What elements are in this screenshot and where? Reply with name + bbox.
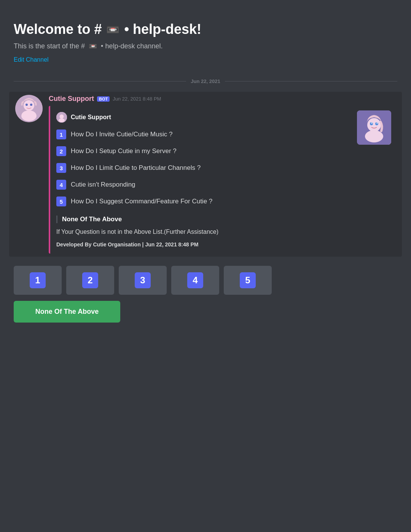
faq-text-5: How Do I Suggest Command/Feature For Cut… [71,198,212,205]
message-username: Cutie Support [49,95,94,103]
svg-point-14 [59,118,65,122]
list-item: 4 Cutie isn't Responding [56,180,390,190]
svg-point-3 [25,104,28,106]
embed-header: Cutie Support [56,112,390,123]
embed-card: Cutie Support 1 How Do I Invite Cutie/Cu… [49,106,396,254]
title-prefix: Welcome to # [14,21,102,37]
faq-text-1: How Do I Invite Cutie/Cutie Music ? [71,131,172,138]
svg-point-13 [60,115,64,119]
title-suffix: • help-desk! [124,21,201,37]
number-buttons-row: 1 2 3 4 5 [14,266,397,295]
embed-bot-avatar [56,112,67,123]
svg-point-10 [371,123,373,124]
faq-number-5: 5 [56,197,66,206]
faq-number-2: 2 [56,146,66,156]
channel-title: Welcome to # 📼 • help-desk! [14,21,397,37]
channel-subtitle: This is the start of the # 📼 • help-desk… [14,42,397,50]
subtitle-prefix: This is the start of the # [14,42,85,50]
number-btn-inner-3: 3 [135,272,151,288]
message-body: Cutie Support BOT Jun 22, 2021 8:48 PM [49,95,396,254]
svg-point-1 [24,100,34,111]
faq-list: 1 How Do I Invite Cutie/Cutie Music ? 2 … [56,129,390,206]
divider-line-right [225,81,397,81]
list-item: 3 How Do I Limit Cutie to Particular Cha… [56,163,390,173]
svg-point-2 [21,110,37,121]
cassette-emoji-title: 📼 [106,23,119,36]
embed-bot-name: Cutie Support [71,114,111,121]
number-button-2[interactable]: 2 [66,266,114,295]
faq-number-3: 3 [56,163,66,173]
avatar [15,95,43,122]
cassette-emoji-subtitle: 📼 [89,42,97,50]
embed-footer: Developed By Cutie Organisation | Jun 22… [56,241,390,248]
message-container: Cutie Support BOT Jun 22, 2021 8:48 PM [9,92,402,257]
list-item: 1 How Do I Invite Cutie/Cutie Music ? [56,129,390,139]
faq-text-3: How Do I Limit Cutie to Particular Chann… [71,164,201,172]
svg-point-4 [30,104,32,106]
none-above-desc: If Your Question is not in the Above Lis… [56,228,390,235]
bot-badge: BOT [97,96,110,102]
faq-number-4: 4 [56,180,66,190]
number-button-4[interactable]: 4 [171,266,219,295]
number-btn-inner-4: 4 [187,272,203,288]
number-btn-inner-2: 2 [82,272,98,288]
number-button-1[interactable]: 1 [14,266,62,295]
list-item: 5 How Do I Suggest Command/Feature For C… [56,197,390,206]
svg-point-11 [377,123,378,124]
embed-thumbnail [357,110,391,145]
none-above-quote: None Of The Above [56,216,390,223]
number-button-3[interactable]: 3 [119,266,167,295]
none-above-section: None Of The Above If Your Question is no… [56,216,390,235]
none-above-title: None Of The Above [62,216,122,223]
faq-text-2: How Do I Setup Cutie in my Server ? [71,147,177,155]
svg-point-6 [367,118,381,132]
date-divider-text: Jun 22, 2021 [186,78,225,84]
list-item: 2 How Do I Setup Cutie in my Server ? [56,146,390,156]
buttons-container: 1 2 3 4 5 [8,260,403,329]
message-timestamp: Jun 22, 2021 8:48 PM [113,96,161,102]
edit-channel-link[interactable]: Edit Channel [14,56,49,63]
divider-line-left [14,81,186,81]
number-btn-inner-5: 5 [240,272,256,288]
number-btn-inner-1: 1 [30,272,46,288]
number-button-5[interactable]: 5 [224,266,272,295]
faq-text-4: Cutie isn't Responding [71,181,135,189]
date-divider: Jun 22, 2021 [8,78,403,84]
faq-number-1: 1 [56,129,66,139]
svg-point-7 [365,130,383,142]
none-above-button[interactable]: None Of The Above [14,301,120,323]
message-header: Cutie Support BOT Jun 22, 2021 8:48 PM [49,95,396,103]
subtitle-suffix: • help-desk channel. [101,42,162,50]
